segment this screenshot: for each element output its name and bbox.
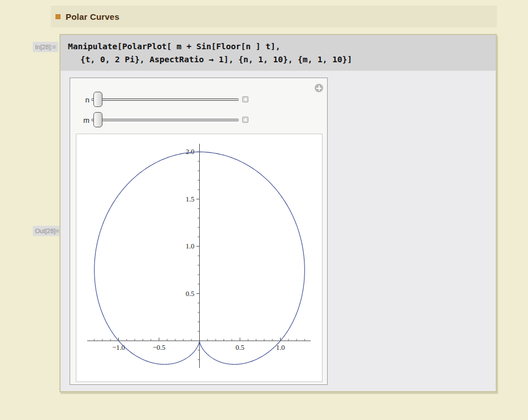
svg-text:1.0: 1.0	[186, 242, 195, 250]
svg-text:0.5: 0.5	[186, 290, 195, 298]
code-line-2: {t, 0, 2 Pi}, AspectRatio → 1], {n, 1, 1…	[68, 53, 496, 66]
slider-row-n: n	[70, 91, 327, 108]
plus-icon	[243, 117, 248, 122]
polar-plot: −1.0−0.50.51.00.51.01.52.0	[76, 134, 322, 382]
svg-text:−0.5: −0.5	[153, 344, 166, 352]
slider-m-expand-button[interactable]	[242, 117, 248, 123]
input-cell-label: In[28]:=	[33, 42, 58, 52]
polar-plot-frame: −1.0−0.50.51.00.51.01.52.0	[76, 134, 323, 382]
slider-n-expand-button[interactable]	[242, 96, 248, 102]
code-input-cell[interactable]: Manipulate[PolarPlot[ m + Sin[Floor[n ] …	[61, 35, 496, 71]
slider-row-m: m	[70, 112, 327, 128]
svg-text:1.0: 1.0	[276, 344, 285, 352]
slider-n-thumb[interactable]	[93, 92, 102, 107]
svg-text:1.5: 1.5	[186, 195, 195, 203]
plus-icon	[243, 97, 248, 102]
slider-m-track-line	[91, 119, 239, 121]
output-cell-label: Out[28]=	[33, 226, 62, 236]
svg-text:−1.0: −1.0	[112, 344, 125, 352]
section-title: Polar Curves	[66, 12, 119, 22]
section-bullet-icon	[55, 14, 61, 19]
slider-m-label: m	[77, 116, 89, 125]
section-header: Polar Curves	[51, 6, 497, 27]
code-line-1: Manipulate[PolarPlot[ m + Sin[Floor[n ] …	[68, 40, 496, 53]
slider-m-track[interactable]	[91, 112, 239, 128]
slider-n-track-line	[91, 98, 239, 101]
slider-n-track[interactable]	[91, 91, 239, 108]
slider-n-label: n	[77, 96, 89, 104]
manipulate-panel: n m −1.0−0.50.51.00.51.01.52.0	[70, 78, 328, 385]
notebook-page: Polar Curves In[28]:= Out[28]= Manipulat…	[0, 0, 528, 420]
svg-text:0.5: 0.5	[235, 344, 244, 352]
slider-m-thumb[interactable]	[93, 112, 102, 127]
